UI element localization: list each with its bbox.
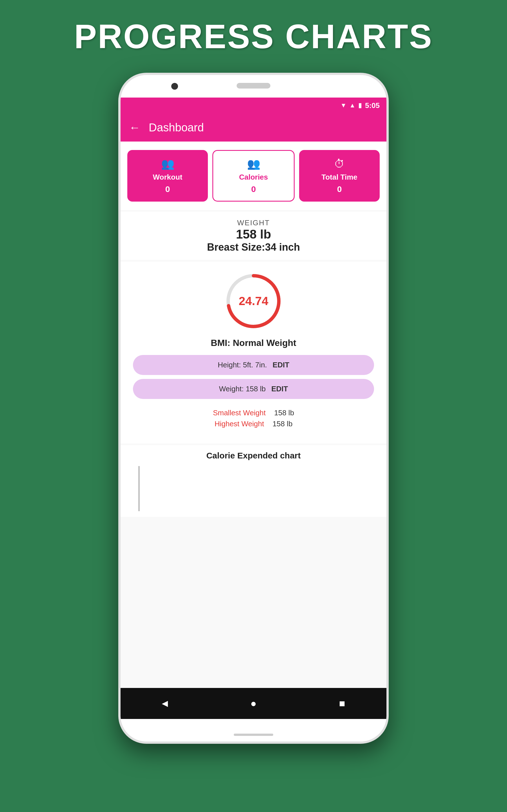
smallest-weight-value: 158 lb	[274, 409, 294, 417]
weight-value: 158 lb	[127, 227, 380, 241]
bmi-value: 24.74	[238, 294, 268, 308]
breast-value: 34	[265, 241, 276, 253]
breast-unit: inch	[276, 241, 300, 253]
back-button[interactable]: ←	[129, 121, 140, 134]
stats-row: 👥 Workout 0 👥 Calories 0 ⏱ Total Time 0	[121, 142, 386, 210]
status-time: 5:05	[365, 101, 380, 110]
total-time-label: Total Time	[321, 173, 357, 182]
bmi-section: 24.74 BMI: Normal Weight Height: 5ft. 7i…	[121, 262, 386, 444]
phone-bottom-bar	[234, 733, 273, 736]
calorie-title: Calorie Expended chart	[127, 451, 380, 460]
bmi-circle-container: 24.74	[223, 270, 284, 332]
nav-home-button[interactable]: ●	[245, 695, 262, 712]
weight-edit-button[interactable]: EDIT	[271, 385, 288, 393]
status-bar: ▼ ▲ ▮ 5:05	[121, 98, 386, 113]
phone-bottom	[121, 719, 386, 742]
calories-label: Calories	[239, 173, 268, 182]
breast-label: Breast Size:	[207, 241, 265, 253]
weight-section: WEIGHT 158 lb Breast Size:34 inch	[121, 212, 386, 260]
height-edit-field[interactable]: Height: 5ft. 7in. EDIT	[133, 355, 374, 375]
battery-icon: ▮	[358, 102, 362, 109]
workout-icon: 👥	[161, 158, 174, 170]
highest-weight-label: Highest Weight	[215, 419, 264, 428]
app-bar-title: Dashboard	[149, 121, 204, 134]
calorie-section: Calorie Expended chart	[121, 445, 386, 517]
screen-content: 👥 Workout 0 👥 Calories 0 ⏱ Total Time 0	[121, 142, 386, 719]
calories-card[interactable]: 👥 Calories 0	[212, 150, 295, 202]
phone-screen: ▼ ▲ ▮ 5:05 ← Dashboard 👥 Workout 0 👥	[121, 98, 386, 719]
signal-icon: ▲	[349, 102, 355, 109]
total-time-card[interactable]: ⏱ Total Time 0	[299, 150, 380, 202]
calories-icon: 👥	[247, 158, 260, 170]
workout-label: Workout	[153, 173, 182, 182]
phone-camera	[171, 83, 178, 90]
page-title-text: PROGRESS CHARTS	[74, 17, 433, 56]
phone-top	[121, 75, 386, 98]
weight-edit-field[interactable]: Weight: 158 lb EDIT	[133, 379, 374, 399]
workout-card[interactable]: 👥 Workout 0	[127, 150, 208, 202]
smallest-weight-label: Smallest Weight	[213, 409, 266, 417]
total-time-icon: ⏱	[334, 158, 345, 170]
highest-weight-value: 158 lb	[273, 419, 293, 428]
status-icons: ▼ ▲ ▮	[340, 102, 362, 109]
height-edit-button[interactable]: EDIT	[273, 361, 289, 369]
bmi-label: BMI: Normal Weight	[211, 338, 296, 348]
edit-fields: Height: 5ft. 7in. EDIT Weight: 158 lb ED…	[127, 355, 380, 399]
calories-value: 0	[251, 185, 256, 194]
bottom-nav: ◄ ● ■	[121, 688, 386, 719]
phone-speaker	[237, 83, 270, 89]
weight-field-text: Weight: 158 lb	[219, 385, 266, 393]
phone-shell: ▼ ▲ ▮ 5:05 ← Dashboard 👥 Workout 0 👥	[118, 73, 389, 744]
nav-square-button[interactable]: ■	[334, 695, 351, 712]
height-field-text: Height: 5ft. 7in.	[218, 361, 267, 369]
nav-back-button[interactable]: ◄	[156, 695, 173, 712]
workout-value: 0	[165, 185, 170, 194]
weight-stats: Smallest Weight 158 lb Highest Weight 15…	[206, 406, 301, 435]
chart-area	[127, 466, 380, 511]
breast-size-row: Breast Size:34 inch	[127, 241, 380, 253]
highest-weight-row: Highest Weight 158 lb	[215, 419, 293, 428]
total-time-value: 0	[337, 185, 342, 194]
wifi-icon: ▼	[340, 102, 346, 109]
weight-label: WEIGHT	[127, 218, 380, 227]
app-bar: ← Dashboard	[121, 113, 386, 142]
smallest-weight-row: Smallest Weight 158 lb	[213, 409, 294, 417]
chart-y-axis	[138, 466, 139, 511]
